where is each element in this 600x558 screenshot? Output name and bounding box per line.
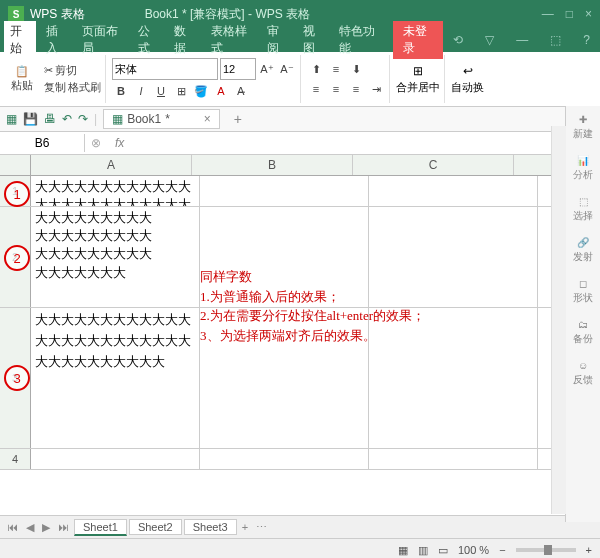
close-button[interactable]: × <box>585 7 592 21</box>
view-normal-icon[interactable]: ▦ <box>398 544 408 557</box>
tab-table-style[interactable]: 表格样式 <box>205 21 257 59</box>
wrap-text-button[interactable]: 自动换 <box>451 80 484 95</box>
print-icon[interactable]: 🖶 <box>44 112 56 126</box>
cell-a4[interactable] <box>31 449 200 469</box>
cell-a2[interactable]: 大大大大大大大大大 大大大大大大大大大 大大大大大大大大大 大大大大大大大 <box>31 207 200 307</box>
fx-label[interactable]: fx <box>107 136 132 150</box>
col-header-b[interactable]: B <box>192 155 353 175</box>
tab-insert[interactable]: 插入 <box>40 21 72 59</box>
clear-format-button[interactable]: A̶ <box>232 82 250 100</box>
redo-icon[interactable]: ↷ <box>78 112 88 126</box>
sheet-tab-3[interactable]: Sheet3 <box>184 519 237 535</box>
maximize-button[interactable]: □ <box>566 7 573 21</box>
side-select[interactable]: ⬚选择 <box>573 196 593 223</box>
sheet-tab-2[interactable]: Sheet2 <box>129 519 182 535</box>
tab-data[interactable]: 数据 <box>168 21 200 59</box>
italic-button[interactable]: I <box>132 82 150 100</box>
status-bar: ▦ ▥ ▭ 100 % − + <box>0 538 600 558</box>
app-name: WPS 表格 <box>30 6 85 23</box>
align-top-icon[interactable]: ⬆ <box>307 60 325 78</box>
add-sheet-button[interactable]: + <box>239 521 251 533</box>
tab-start[interactable]: 开始 <box>4 21 36 59</box>
new-icon[interactable]: ▦ <box>6 112 17 126</box>
backup-icon: 🗂 <box>578 319 588 330</box>
align-middle-icon[interactable]: ≡ <box>327 60 345 78</box>
clipboard-icon: 📋 <box>15 65 29 78</box>
sheet-nav-prev-icon[interactable]: ◀ <box>23 521 37 534</box>
minimize-button[interactable]: — <box>542 7 554 21</box>
options-icon[interactable]: ? <box>577 31 596 49</box>
increase-font-icon[interactable]: A⁺ <box>258 60 276 78</box>
cell-b4[interactable] <box>200 449 369 469</box>
select-all-corner[interactable] <box>0 155 31 175</box>
align-bottom-icon[interactable]: ⬇ <box>347 60 365 78</box>
cell-b1[interactable] <box>200 176 369 206</box>
zoom-in-button[interactable]: + <box>586 544 592 556</box>
side-new[interactable]: ✚新建 <box>573 114 593 141</box>
dropdown-icon[interactable]: ▽ <box>479 31 500 49</box>
font-selector[interactable] <box>112 58 218 80</box>
row-header-4[interactable]: 4 <box>0 449 31 469</box>
cell-a3[interactable]: 大大大大大大大大大大大大大大大大大大大大大大大大大大大大大大大大大大 <box>31 308 200 448</box>
book-icon: ▦ <box>112 112 123 126</box>
explanation-note: 同样字数 1.为普通输入后的效果； 2.为在需要分行处按住alt+enter的效… <box>200 267 425 345</box>
font-color-button[interactable]: A <box>212 82 230 100</box>
decrease-font-icon[interactable]: A⁻ <box>278 60 296 78</box>
ribbon-min-icon[interactable]: — <box>510 31 534 49</box>
indent-icon[interactable]: ⇥ <box>367 80 385 98</box>
dirty-indicator: * <box>165 112 170 126</box>
paste-button[interactable]: 📋 粘贴 <box>6 65 38 93</box>
cloud-icon[interactable]: ⟲ <box>447 31 469 49</box>
tab-view[interactable]: 视图 <box>297 21 329 59</box>
view-page-icon[interactable]: ▥ <box>418 544 428 557</box>
side-shape[interactable]: ◻形状 <box>573 278 593 305</box>
save-icon[interactable]: 💾 <box>23 112 38 126</box>
tab-close-icon[interactable]: × <box>204 112 211 126</box>
underline-button[interactable]: U <box>152 82 170 100</box>
side-feedback[interactable]: ☺反馈 <box>573 360 593 387</box>
col-header-c[interactable]: C <box>353 155 514 175</box>
cell-a1[interactable]: 大大大大大大大大大大大大大大大大大大大大大大大大大大大大大大大大大大 <box>31 176 200 206</box>
tab-review[interactable]: 审阅 <box>261 21 293 59</box>
border-button[interactable]: ⊞ <box>172 82 190 100</box>
sheet-nav-last-icon[interactable]: ⏭ <box>55 521 72 533</box>
view-break-icon[interactable]: ▭ <box>438 544 448 557</box>
side-analysis[interactable]: 📊分析 <box>573 155 593 182</box>
tab-formula[interactable]: 公式 <box>132 21 164 59</box>
fx-cancel-icon[interactable]: ⊗ <box>85 136 107 150</box>
cell-c4[interactable] <box>369 449 538 469</box>
align-center-icon[interactable]: ≡ <box>327 80 345 98</box>
zoom-level[interactable]: 100 % <box>458 544 489 556</box>
help-icon[interactable]: ⬚ <box>544 31 567 49</box>
sheet-nav-first-icon[interactable]: ⏮ <box>4 521 21 533</box>
merge-center-icon[interactable]: ⊞ <box>413 64 423 78</box>
tab-special[interactable]: 特色功能 <box>333 21 385 59</box>
zoom-out-button[interactable]: − <box>499 544 505 556</box>
name-box[interactable]: B6 <box>0 134 85 152</box>
side-backup[interactable]: 🗂备份 <box>573 319 593 346</box>
fill-color-button[interactable]: 🪣 <box>192 82 210 100</box>
wrap-text-icon[interactable]: ↩ <box>463 64 473 78</box>
side-emit[interactable]: 🔗发射 <box>573 237 593 264</box>
sheet-tab-1[interactable]: Sheet1 <box>74 519 127 536</box>
bold-button[interactable]: B <box>112 82 130 100</box>
font-size-selector[interactable] <box>220 58 256 80</box>
col-header-a[interactable]: A <box>31 155 192 175</box>
vertical-scrollbar[interactable] <box>551 126 566 514</box>
chart-icon: 📊 <box>577 155 589 166</box>
copy-button[interactable]: 复制 <box>44 80 66 95</box>
cell-c1[interactable] <box>369 176 538 206</box>
undo-icon[interactable]: ↶ <box>62 112 72 126</box>
sheet-more-icon[interactable]: ⋯ <box>253 521 270 534</box>
align-left-icon[interactable]: ≡ <box>307 80 325 98</box>
new-tab-button[interactable]: + <box>226 111 250 127</box>
tab-page-layout[interactable]: 页面布局 <box>76 21 128 59</box>
login-button[interactable]: 未登录 <box>393 21 443 59</box>
merge-center-button[interactable]: 合并居中 <box>396 80 440 95</box>
workbook-tab[interactable]: ▦Book1 * × <box>103 109 220 129</box>
align-right-icon[interactable]: ≡ <box>347 80 365 98</box>
format-painter-button[interactable]: 格式刷 <box>68 80 101 95</box>
cut-button[interactable]: ✂剪切 <box>44 63 101 78</box>
zoom-slider[interactable] <box>516 548 576 552</box>
sheet-nav-next-icon[interactable]: ▶ <box>39 521 53 534</box>
